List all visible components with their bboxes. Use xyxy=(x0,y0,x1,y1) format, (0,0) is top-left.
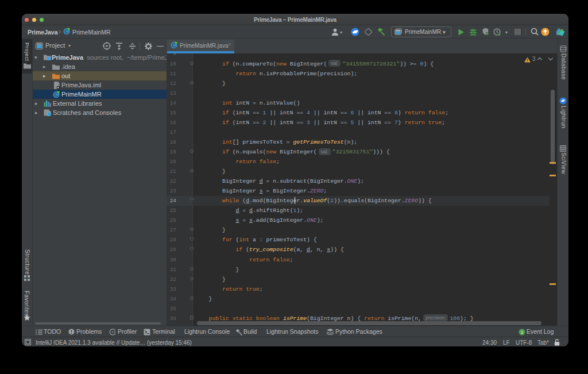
svg-text:1: 1 xyxy=(521,330,524,335)
